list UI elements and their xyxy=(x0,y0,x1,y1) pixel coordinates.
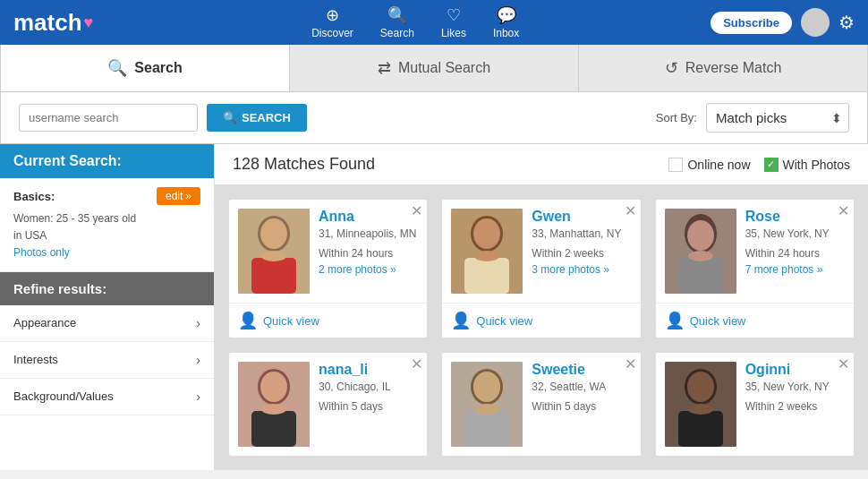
profile-photo-gwen[interactable] xyxy=(451,209,523,294)
online-now-filter[interactable]: Online now xyxy=(668,158,750,172)
nav-likes-label: Likes xyxy=(441,27,466,39)
search-button[interactable]: 🔍 SEARCH xyxy=(207,104,307,132)
quick-view-rose[interactable]: 👤 Quick view xyxy=(656,303,854,338)
quick-view-icon-gwen: 👤 xyxy=(451,311,471,330)
nana-activity: Within 5 days xyxy=(319,400,383,413)
logo-text: match xyxy=(13,9,82,37)
close-button-oginni[interactable]: ✕ xyxy=(838,357,849,372)
tab-search[interactable]: 🔍 Search xyxy=(1,45,290,91)
profiles-grid: ✕ Anna 31, Minneap xyxy=(215,185,868,470)
online-now-checkbox[interactable] xyxy=(668,158,683,172)
with-photos-filter[interactable]: ✓ With Photos xyxy=(764,158,850,172)
rose-age: 35 xyxy=(745,227,757,240)
quick-view-anna[interactable]: 👤 Quick view xyxy=(229,303,427,338)
svg-point-12 xyxy=(687,220,714,251)
logo[interactable]: match♥ xyxy=(13,9,93,37)
subscribe-button[interactable]: Subscribe xyxy=(711,12,792,34)
username-search-input[interactable] xyxy=(19,104,198,132)
quick-view-gwen[interactable]: 👤 Quick view xyxy=(442,303,640,338)
basics-row: Basics: edit xyxy=(13,187,200,205)
chevron-right-icon-appearance: › xyxy=(196,316,200,330)
edit-button[interactable]: edit xyxy=(157,187,200,205)
nav-search-label: Search xyxy=(380,27,414,39)
refine-interests[interactable]: Interests › xyxy=(0,342,214,379)
profile-info-anna: Anna 31, Minneapolis, MN Within 24 hours… xyxy=(319,209,418,276)
avatar[interactable] xyxy=(801,8,830,37)
svg-rect-18 xyxy=(251,411,296,447)
nav-search[interactable]: 🔍 Search xyxy=(380,5,414,39)
close-button-rose[interactable]: ✕ xyxy=(838,204,849,218)
with-photos-label: With Photos xyxy=(783,158,850,172)
header-right: Subscribe ⚙ xyxy=(711,8,855,37)
refine-appearance[interactable]: Appearance › xyxy=(0,305,214,342)
oginni-location: New York, NY xyxy=(763,381,830,393)
profile-name-sweetie[interactable]: Sweetie xyxy=(532,362,631,378)
nav-inbox[interactable]: 💬 Inbox xyxy=(493,5,519,39)
profile-card-inner-oginni: Oginni 35, New York, NY Within 2 weeks xyxy=(656,353,854,456)
svg-point-17 xyxy=(260,372,287,402)
close-button-anna[interactable]: ✕ xyxy=(411,204,422,218)
reverse-icon: ↺ xyxy=(665,58,678,78)
profile-name-nana[interactable]: nana_li xyxy=(319,362,418,378)
anna-age: 31 xyxy=(319,227,330,240)
with-photos-checkbox[interactable]: ✓ xyxy=(764,158,779,172)
discover-icon: ⊕ xyxy=(311,5,353,25)
current-search-title: Current Search: xyxy=(13,153,122,168)
anna-photos-link[interactable]: 2 more photos » xyxy=(319,263,418,276)
profile-name-oginni[interactable]: Oginni xyxy=(745,362,845,378)
profile-card-anna: ✕ Anna 31, Minneap xyxy=(228,199,428,338)
basics-line1: Women: 25 - 35 years old xyxy=(13,210,200,227)
tab-mutual-search[interactable]: ⇄ Mutual Search xyxy=(290,45,579,91)
profile-photo-sweetie[interactable] xyxy=(451,362,523,447)
sort-wrapper: Match picks New members Last active Dist… xyxy=(706,103,849,133)
close-button-gwen[interactable]: ✕ xyxy=(625,204,636,218)
gwen-age: 33 xyxy=(532,227,543,240)
gear-icon[interactable]: ⚙ xyxy=(838,12,855,33)
profile-name-rose[interactable]: Rose xyxy=(745,209,845,225)
quick-view-icon-rose: 👤 xyxy=(665,311,685,330)
refine-background-values[interactable]: Background/Values › xyxy=(0,379,214,415)
chevron-right-icon-interests: › xyxy=(196,353,200,367)
basics-line3: Photos only xyxy=(13,244,200,261)
rose-location: New York, NY xyxy=(763,227,830,240)
profile-photo-anna[interactable] xyxy=(238,209,310,294)
profile-card-oginni: ✕ Oginni 35, New Y xyxy=(655,352,855,457)
profile-photo-nana[interactable] xyxy=(238,362,310,447)
sweetie-age: 32 xyxy=(532,381,543,393)
gwen-photos-link[interactable]: 3 more photos » xyxy=(532,263,631,276)
profile-meta-gwen: 33, Manhattan, NY Within 2 weeks xyxy=(532,225,631,263)
rose-photos-link[interactable]: 7 more photos » xyxy=(745,263,845,276)
search-tab-icon: 🔍 xyxy=(107,58,127,78)
profile-info-rose: Rose 35, New York, NY Within 24 hours 7 … xyxy=(745,209,845,276)
main-content: Current Search: Basics: edit Women: 25 -… xyxy=(0,144,868,470)
tab-reverse-match[interactable]: ↺ Reverse Match xyxy=(579,45,867,91)
basics-label: Basics: xyxy=(13,190,55,203)
results-area: 128 Matches Found Online now ✓ With Phot… xyxy=(215,144,868,470)
nav-likes[interactable]: ♡ Likes xyxy=(441,5,466,39)
quick-view-label-rose: Quick view xyxy=(690,314,746,328)
chevron-right-icon-background: › xyxy=(196,389,200,404)
sort-select[interactable]: Match picks New members Last active Dist… xyxy=(706,103,849,133)
profile-photo-oginni[interactable] xyxy=(665,362,736,447)
svg-rect-8 xyxy=(464,258,509,294)
svg-point-7 xyxy=(473,218,500,249)
profile-card-inner-rose: Rose 35, New York, NY Within 24 hours 7 … xyxy=(656,200,854,303)
photo-svg-nana xyxy=(238,362,310,447)
profile-name-gwen[interactable]: Gwen xyxy=(532,209,631,225)
current-search-header: Current Search: xyxy=(0,144,214,178)
profile-name-anna[interactable]: Anna xyxy=(319,209,418,225)
profile-photo-rose[interactable] xyxy=(665,209,736,294)
photo-svg-oginni xyxy=(665,362,736,447)
close-button-sweetie[interactable]: ✕ xyxy=(625,357,636,372)
basics-section: Basics: edit Women: 25 - 35 years old in… xyxy=(0,178,214,272)
basics-line2: in USA xyxy=(13,227,200,244)
refine-header: Refine results: xyxy=(0,272,214,305)
search-button-icon: 🔍 xyxy=(223,111,237,124)
photo-svg-anna xyxy=(238,209,310,294)
nav-discover[interactable]: ⊕ Discover xyxy=(311,5,353,39)
close-button-nana[interactable]: ✕ xyxy=(411,357,422,372)
tab-reverse-label: Reverse Match xyxy=(685,60,782,76)
sidebar: Current Search: Basics: edit Women: 25 -… xyxy=(0,144,215,470)
refine-background-label: Background/Values xyxy=(13,389,114,403)
photo-svg-gwen xyxy=(451,209,523,294)
